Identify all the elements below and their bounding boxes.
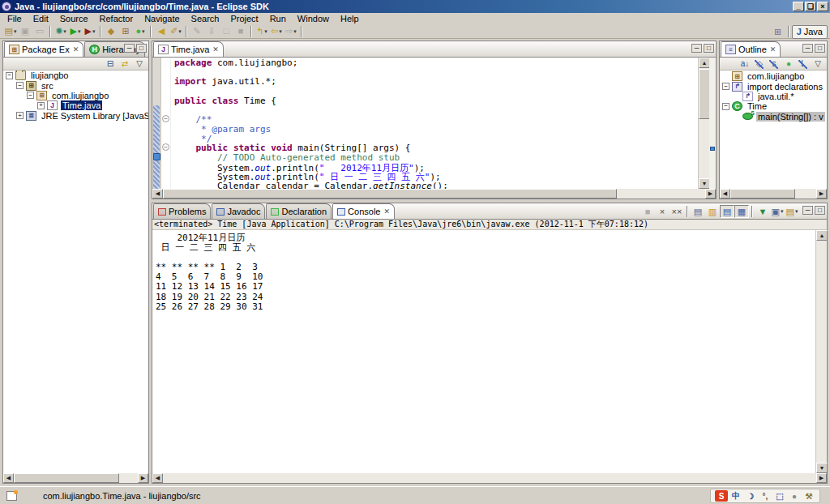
sort-button[interactable]: a↓ [738,58,751,70]
run-button[interactable]: ▶▾ [68,25,83,38]
folding-ruler[interactable]: −− [161,58,171,189]
search-button[interactable]: ✐▾ [169,25,183,38]
hide-fields-button[interactable]: ◇ [753,58,766,70]
view-menu-button[interactable]: ▽ [811,58,824,70]
open-perspective-button[interactable]: ⊞ [771,25,785,38]
chinese-mode-icon[interactable]: 中 [729,490,742,502]
outline-tab[interactable]: ≡ Outline ✕ [721,41,781,57]
word-wrap-button[interactable]: ▤ [720,205,734,218]
menu-run[interactable]: Run [264,13,292,24]
dropdown-arrow-icon[interactable]: ▾ [92,28,96,35]
new-wizard-button[interactable]: ▤▾ [3,25,18,38]
scroll-down-button[interactable]: ▼ [816,463,828,473]
tree-expander[interactable]: − [27,92,34,99]
tree-item[interactable]: ↱java.util.* [720,92,827,101]
dropdown-arrow-icon[interactable]: ▾ [781,208,784,215]
open-type-button[interactable]: ◀ [154,25,169,38]
scrollbar-thumb[interactable] [163,189,617,199]
dropdown-arrow-icon[interactable]: ▾ [78,28,81,35]
scroll-up-button[interactable]: ▲ [816,230,828,241]
view-tab-package-ex[interactable]: ⊞Package Ex✕ [4,41,83,57]
overview-ruler[interactable] [709,58,716,189]
hide-non-public-button[interactable]: ● [782,58,795,70]
close-icon[interactable]: ✕ [383,207,390,216]
minimize-button[interactable]: _ [793,2,804,11]
scrollbar-thumb[interactable] [730,189,795,199]
tree-item[interactable]: −CTime [720,101,827,111]
punctuation-icon[interactable]: °, [759,490,772,502]
menu-project[interactable]: Project [225,13,263,24]
new-class-button[interactable]: ●▾ [133,25,148,38]
code-area[interactable]: package com.liujiangbo; import java.util… [171,58,698,189]
dropdown-arrow-icon[interactable]: ▾ [264,28,267,35]
remove-launch-button[interactable]: × [655,205,670,218]
scroll-right-button[interactable]: ▶ [705,189,716,199]
fold-collapse-icon[interactable]: − [162,115,169,122]
minimize-view-button[interactable]: ─ [802,206,813,215]
restore-button[interactable]: ❏ [805,2,816,11]
horizontal-scrollbar[interactable]: ◀ ▶ [3,473,148,483]
tree-item[interactable]: ⊞com.liujiangbo [720,71,827,81]
scrollbar-thumb[interactable] [699,69,710,119]
scroll-left-button[interactable]: ◀ [152,473,163,483]
menu-navigate[interactable]: Navigate [139,13,185,24]
fold-collapse-icon[interactable]: − [162,143,169,151]
view-menu-button[interactable]: ▽ [133,58,146,70]
forward-history-button[interactable]: ⇦▾ [269,25,284,38]
menu-refactor[interactable]: Refactor [94,13,139,24]
scroll-right-button[interactable]: ▶ [138,473,148,483]
console-area-tab-problems[interactable]: Problems [153,203,211,219]
editor-horizontal-scrollbar[interactable]: ◀ ▶ [152,189,716,199]
console-output[interactable]: 2012年11月日历 日 一 二 三 四 五 六 ** ** ** ** 1 2… [152,230,815,473]
menu-file[interactable]: File [2,13,28,24]
fast-view-icon[interactable] [6,491,17,501]
annotation-ruler[interactable] [152,58,161,189]
minimize-view-button[interactable]: ─ [802,44,813,53]
scroll-up-button[interactable]: ▲ [699,58,710,68]
scroll-lock-button[interactable]: ▥ [705,205,720,218]
menu-edit[interactable]: Edit [28,13,54,24]
tree-expander[interactable]: − [6,72,13,79]
close-button[interactable]: × [817,2,828,11]
link-with-editor-button[interactable]: ⇄ [118,58,131,70]
close-icon[interactable]: ✕ [770,45,777,53]
editor-vertical-scrollbar[interactable]: ▲ ▼ [698,58,709,189]
maximize-view-button[interactable]: □ [815,44,825,53]
new-package-button[interactable]: ⊞ [118,25,133,38]
console-vertical-scrollbar[interactable]: ▲ ▼ [815,230,827,473]
maximize-view-button[interactable]: □ [815,206,825,215]
minimize-view-button[interactable]: ─ [124,44,135,53]
console-area-tab-console[interactable]: Console✕ [332,203,395,219]
horizontal-scrollbar[interactable]: ◀ ▶ [720,189,827,199]
half-moon-icon[interactable]: ☽ [744,490,757,502]
back-history-button[interactable]: ↰▾ [255,25,269,38]
menu-help[interactable]: Help [335,13,365,24]
close-icon[interactable]: ✕ [212,45,219,53]
window-title-bar[interactable]: Java - liujiangbo/src/com/liujiangbo/Tim… [0,0,830,13]
dropdown-arrow-icon[interactable]: ▾ [293,28,297,35]
tree-item[interactable]: main(String[]) : v [720,112,827,122]
java-perspective-button[interactable]: J Java [792,25,828,39]
dropdown-arrow-icon[interactable]: ▾ [142,28,145,35]
console-area-tab-declaration[interactable]: Declaration [266,203,332,219]
menu-source[interactable]: Source [54,13,94,24]
open-console-button[interactable]: ▤▾ [785,205,799,218]
tree-expander[interactable]: + [37,102,45,109]
task-marker-icon[interactable] [153,153,160,160]
tree-expander[interactable]: + [16,112,24,119]
scroll-right-button[interactable]: ▶ [816,473,827,483]
hide-local-types-button[interactable]: L [797,58,810,70]
settings-wrench-icon[interactable]: ⚒ [802,490,815,502]
minimize-view-button[interactable]: ─ [691,44,702,53]
tree-expander[interactable]: − [16,82,24,89]
run-external-tools-button[interactable]: ▶▾ [83,25,97,38]
soft-keyboard-icon[interactable]: ⬚ [773,490,786,502]
debug-button[interactable]: ✺▾ [53,25,68,38]
sogou-input-icon[interactable]: S [715,490,728,502]
tree-item[interactable]: +JTime.java [3,100,148,110]
remove-all-terminated-button[interactable]: ×× [670,205,684,218]
maximize-view-button[interactable]: □ [704,44,714,53]
dropdown-arrow-icon[interactable]: ▾ [279,28,282,35]
tree-item[interactable]: −liujiangbo [3,70,148,80]
tree-item[interactable]: +≣JRE System Library [JavaSE-1.6] [3,111,148,121]
